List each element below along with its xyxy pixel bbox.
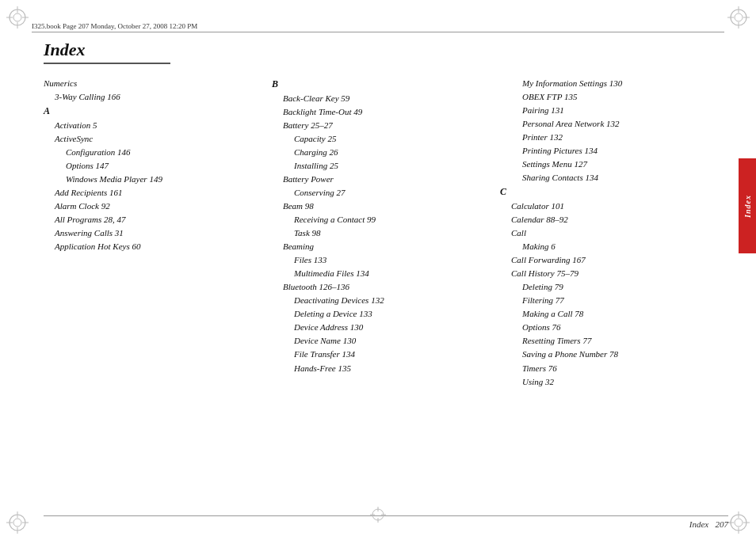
entry-charging: Charging 26	[272, 146, 492, 159]
column-2: B Back-Clear Key 59 Backlight Time-Out 4…	[272, 77, 500, 504]
entry-options-76: Options 76	[500, 321, 720, 334]
entry-3way: 3-Way Calling 166	[44, 90, 264, 104]
entry-settings-menu: Settings Menu 127	[500, 158, 720, 171]
section-b: B	[272, 78, 278, 89]
entry-add-recipients: Add Recipients 161	[44, 186, 264, 200]
entry-making-6: Making 6	[500, 240, 720, 253]
entry-battery: Battery 25–27	[272, 119, 492, 132]
columns-area: Numerics 3-Way Calling 166 A Activation …	[44, 77, 728, 504]
entry-filtering: Filtering 77	[500, 294, 720, 307]
entry-activation: Activation 5	[44, 119, 264, 132]
entry-application-hot-keys: Application Hot Keys 60	[44, 240, 264, 253]
entry-answering-calls: Answering Calls 31	[44, 226, 264, 240]
page: I325.book Page 207 Monday, October 27, 2…	[0, 0, 756, 540]
entry-capacity: Capacity 25	[272, 132, 492, 146]
entry-deleting-79: Deleting 79	[500, 280, 720, 294]
footer-page: 207	[716, 519, 729, 529]
entry-windows-media: Windows Media Player 149	[44, 173, 264, 186]
entry-deactivating: Deactivating Devices 132	[272, 294, 492, 307]
entry-calendar: Calendar 88–92	[500, 213, 720, 226]
entry-bluetooth: Bluetooth 126–136	[272, 280, 492, 294]
entry-resetting-timers: Resetting Timers 77	[500, 334, 720, 348]
entry-device-address: Device Address 130	[272, 321, 492, 334]
entry-options-147: Options 147	[44, 159, 264, 173]
entry-call-forwarding: Call Forwarding 167	[500, 253, 720, 267]
entry-battery-power: Battery Power	[272, 173, 492, 186]
entry-all-programs: All Programs 28, 47	[44, 213, 264, 226]
entry-multimedia-files: Multimedia Files 134	[272, 267, 492, 280]
svg-point-19	[735, 519, 743, 527]
svg-point-13	[13, 519, 21, 527]
corner-mark-br	[727, 511, 750, 534]
entry-pan: Personal Area Network 132	[500, 117, 720, 131]
entry-using-32: Using 32	[500, 375, 720, 389]
entry-beaming: Beaming	[272, 240, 492, 253]
entry-alarm-clock: Alarm Clock 92	[44, 200, 264, 213]
main-content: Index Numerics 3-Way Calling 166 A Activ…	[44, 40, 728, 504]
svg-point-7	[735, 13, 743, 21]
entry-obex: OBEX FTP 135	[500, 90, 720, 104]
entry-printing-pictures: Printing Pictures 134	[500, 144, 720, 158]
entry-device-name: Device Name 130	[272, 334, 492, 348]
entry-deleting-device: Deleting a Device 133	[272, 307, 492, 321]
entry-sharing-contacts: Sharing Contacts 134	[500, 171, 720, 184]
svg-point-1	[13, 13, 21, 21]
side-tab-label: Index	[743, 195, 752, 218]
entry-receiving-contact: Receiving a Contact 99	[272, 213, 492, 226]
entry-back-clear: Back-Clear Key 59	[272, 92, 492, 105]
entry-call: Call	[500, 226, 720, 240]
page-title: Index	[44, 40, 170, 64]
corner-mark-bl	[6, 511, 29, 534]
header-bar: I325.book Page 207 Monday, October 27, 2…	[32, 22, 724, 32]
corner-mark-tr	[727, 6, 750, 29]
entry-hands-free: Hands-Free 135	[272, 362, 492, 375]
entry-conserving: Conserving 27	[272, 186, 492, 200]
entry-making-call-78: Making a Call 78	[500, 307, 720, 321]
column-3: My Information Settings 130 OBEX FTP 135…	[500, 77, 728, 504]
section-a: A	[44, 105, 50, 116]
entry-call-history: Call History 75–79	[500, 267, 720, 280]
numerics-header: Numerics	[44, 77, 264, 90]
entry-task: Task 98	[272, 226, 492, 240]
entry-files-133: Files 133	[272, 253, 492, 267]
bottom-crosshair	[370, 507, 386, 526]
entry-saving-phone: Saving a Phone Number 78	[500, 348, 720, 361]
entry-timers-76: Timers 76	[500, 362, 720, 375]
entry-pairing: Pairing 131	[500, 104, 720, 117]
corner-mark-tl	[6, 6, 29, 29]
footer: Index 207	[44, 515, 728, 529]
section-c: C	[500, 186, 506, 197]
column-1: Numerics 3-Way Calling 166 A Activation …	[44, 77, 272, 504]
entry-beam: Beam 98	[272, 200, 492, 213]
entry-activesync: ActiveSync	[44, 132, 264, 146]
footer-label: Index	[689, 519, 708, 529]
entry-my-info: My Information Settings 130	[500, 77, 720, 90]
entry-installing: Installing 25	[272, 159, 492, 173]
entry-printer: Printer 132	[500, 131, 720, 144]
side-tab: Index	[739, 158, 756, 253]
entry-configuration: Configuration 146	[44, 146, 264, 159]
entry-calculator: Calculator 101	[500, 200, 720, 213]
entry-backlight: Backlight Time-Out 49	[272, 105, 492, 119]
entry-file-transfer: File Transfer 134	[272, 348, 492, 361]
header-text: I325.book Page 207 Monday, October 27, 2…	[32, 22, 197, 30]
